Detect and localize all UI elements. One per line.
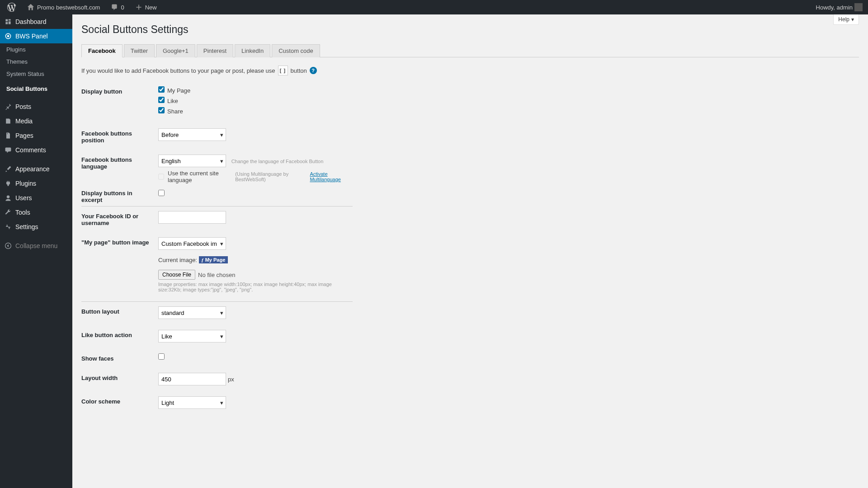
language-hint: Change the language of Facebook Button bbox=[231, 159, 324, 164]
sidebar-item-tools[interactable]: Tools bbox=[0, 205, 72, 220]
checkbox-input[interactable] bbox=[158, 107, 165, 113]
label-layout-width: Layout width bbox=[81, 368, 158, 392]
pin-icon bbox=[5, 103, 12, 110]
label-fb-language: Facebook buttons language bbox=[81, 150, 158, 190]
sidebar-item-plugins[interactable]: Plugins bbox=[0, 176, 72, 191]
mypage-badge: fMy Page bbox=[199, 256, 228, 263]
select-position[interactable]: Before bbox=[158, 128, 226, 141]
sidebar-sub-system-status[interactable]: System Status bbox=[0, 68, 72, 80]
tab-pinterest[interactable]: Pinterest bbox=[197, 44, 233, 57]
account-link[interactable]: Howdy, admin bbox=[816, 3, 864, 11]
sidebar-collapse[interactable]: Collapse menu bbox=[0, 239, 72, 253]
comment-icon bbox=[111, 4, 118, 11]
comments-icon bbox=[5, 146, 12, 154]
settings-icon bbox=[5, 223, 12, 230]
sidebar-item-label: Collapse menu bbox=[15, 242, 57, 249]
sidebar-item-bws-panel[interactable]: BWS Panel bbox=[0, 29, 72, 43]
select-like-action[interactable]: Like bbox=[158, 330, 226, 343]
sidebar-item-label: Media bbox=[15, 117, 33, 125]
checkbox-display-excerpt[interactable] bbox=[158, 190, 165, 196]
sidebar-item-label: Dashboard bbox=[15, 18, 47, 25]
user-icon bbox=[5, 194, 12, 202]
label-mypage-image: "My page" button image bbox=[81, 233, 158, 299]
tab-custom-code[interactable]: Custom code bbox=[272, 44, 320, 57]
checkbox-share[interactable]: Share bbox=[158, 107, 353, 115]
sidebar-sub-themes[interactable]: Themes bbox=[0, 56, 72, 68]
plus-icon bbox=[135, 4, 142, 11]
new-label: New bbox=[145, 4, 157, 11]
input-fb-id[interactable] bbox=[158, 211, 226, 224]
wp-logo[interactable] bbox=[4, 0, 20, 14]
tab-linkedin[interactable]: LinkedIn bbox=[235, 44, 270, 57]
help-icon[interactable]: ? bbox=[310, 67, 317, 74]
checkbox-input[interactable] bbox=[158, 97, 165, 103]
sidebar-item-settings[interactable]: Settings bbox=[0, 220, 72, 234]
tab-google[interactable]: Google+1 bbox=[156, 44, 195, 57]
avatar bbox=[854, 3, 863, 11]
current-image-label: Current image: bbox=[158, 257, 197, 263]
pages-icon bbox=[5, 132, 12, 139]
sidebar-item-label: Pages bbox=[15, 132, 33, 139]
site-name-link[interactable]: Promo bestwebsoft.com bbox=[24, 0, 104, 14]
checkbox-show-faces[interactable] bbox=[158, 353, 165, 360]
checkbox-like[interactable]: Like bbox=[158, 97, 353, 104]
sidebar-item-pages[interactable]: Pages bbox=[0, 128, 72, 143]
help-button[interactable]: Help ▾ bbox=[833, 14, 859, 25]
sidebar-sub-social-buttons[interactable]: Social Buttons bbox=[0, 83, 72, 95]
comments-count: 0 bbox=[121, 4, 124, 11]
select-mypage-image[interactable]: Custom Facebook image bbox=[158, 237, 226, 250]
new-link[interactable]: New bbox=[132, 0, 160, 14]
checkbox-my-page[interactable]: My Page bbox=[158, 86, 353, 94]
admin-toolbar: Promo bestwebsoft.com 0 New Howdy, admin bbox=[0, 0, 868, 14]
shortcode-button[interactable]: [ ] bbox=[278, 66, 288, 75]
svg-point-3 bbox=[7, 195, 9, 198]
comments-link[interactable]: 0 bbox=[107, 0, 127, 14]
sidebar-item-comments[interactable]: Comments bbox=[0, 143, 72, 157]
tabs: Facebook Twitter Google+1 Pinterest Link… bbox=[81, 44, 859, 57]
select-language[interactable]: English bbox=[158, 155, 226, 167]
use-site-lang-label: Use the current site language bbox=[168, 170, 233, 183]
checkbox-label: Like bbox=[167, 98, 178, 104]
intro-text-after: button bbox=[291, 67, 307, 74]
sidebar-item-label: Settings bbox=[15, 223, 38, 230]
sidebar-item-label: Comments bbox=[15, 146, 46, 154]
label-show-faces: Show faces bbox=[81, 349, 158, 368]
label-like-action: Like button action bbox=[81, 325, 158, 349]
checkbox-label: My Page bbox=[167, 87, 190, 94]
select-color-scheme[interactable]: Light bbox=[158, 396, 226, 409]
sidebar-item-media[interactable]: Media bbox=[0, 114, 72, 128]
wrench-icon bbox=[5, 209, 12, 216]
label-display-button: Display button bbox=[81, 82, 158, 124]
svg-point-2 bbox=[7, 120, 8, 121]
sidebar-item-appearance[interactable]: Appearance bbox=[0, 162, 72, 176]
admin-sidebar: Dashboard BWS Panel Plugins Themes Syste… bbox=[0, 14, 72, 488]
label-display-excerpt: Display buttons in excerpt bbox=[81, 190, 158, 206]
label-fb-position: Facebook buttons position bbox=[81, 124, 158, 150]
sidebar-sub-plugins[interactable]: Plugins bbox=[0, 43, 72, 56]
media-icon bbox=[5, 117, 12, 125]
label-button-layout: Button layout bbox=[81, 302, 158, 326]
help-label: Help bbox=[838, 16, 849, 23]
plugin-icon bbox=[5, 180, 12, 187]
brush-icon bbox=[5, 165, 12, 173]
settings-form: Display button My Page Like Share Facebo… bbox=[81, 82, 353, 415]
input-layout-width[interactable] bbox=[158, 373, 226, 385]
activate-multilanguage-link[interactable]: Activate Multilanguage bbox=[310, 171, 353, 182]
sidebar-item-label: Appearance bbox=[15, 165, 50, 173]
home-icon bbox=[27, 4, 34, 11]
checkbox-input[interactable] bbox=[158, 86, 165, 93]
image-properties-hint: Image properties: max image width:100px;… bbox=[158, 282, 353, 292]
label-color-scheme: Color scheme bbox=[81, 392, 158, 415]
sidebar-item-dashboard[interactable]: Dashboard bbox=[0, 14, 72, 29]
sidebar-item-label: Posts bbox=[15, 103, 31, 110]
collapse-icon bbox=[5, 242, 12, 249]
main-content: Help ▾ Social Buttons Settings Facebook … bbox=[72, 14, 868, 488]
tab-facebook[interactable]: Facebook bbox=[81, 44, 123, 57]
sidebar-item-users[interactable]: Users bbox=[0, 191, 72, 205]
choose-file-button[interactable]: Choose File bbox=[158, 270, 195, 280]
select-button-layout[interactable]: standard bbox=[158, 306, 226, 319]
sidebar-item-posts[interactable]: Posts bbox=[0, 99, 72, 114]
tab-twitter[interactable]: Twitter bbox=[124, 44, 155, 57]
site-name: Promo bestwebsoft.com bbox=[37, 4, 100, 11]
wordpress-icon bbox=[7, 3, 16, 12]
